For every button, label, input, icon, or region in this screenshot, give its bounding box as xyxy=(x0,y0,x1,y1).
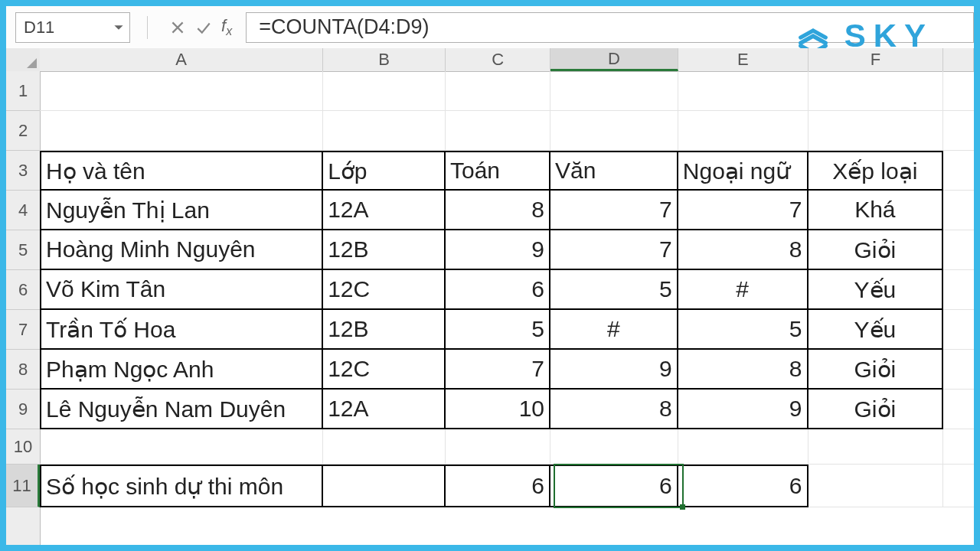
row-header-1[interactable]: 1 xyxy=(6,71,40,111)
cell-math[interactable]: 8 xyxy=(446,191,550,230)
cell-math[interactable]: 6 xyxy=(446,270,550,310)
cell-empty[interactable] xyxy=(550,71,678,111)
row-header-9[interactable]: 9 xyxy=(6,390,40,429)
name-box[interactable]: D11 xyxy=(15,12,130,43)
cell-lang[interactable]: 8 xyxy=(678,230,808,270)
cell-name[interactable]: Phạm Ngọc Anh xyxy=(40,350,323,390)
cell-lit[interactable]: 9 xyxy=(550,350,678,390)
cell-lit[interactable]: 5 xyxy=(550,270,678,310)
row-header-11[interactable]: 11 xyxy=(6,465,40,507)
row-header-3[interactable]: 3 xyxy=(6,151,40,191)
cell-rank[interactable]: Khá xyxy=(808,191,944,230)
row-header-6[interactable]: 6 xyxy=(6,270,40,310)
column-header-D[interactable]: D xyxy=(550,48,678,71)
fx-icon[interactable]: fx xyxy=(221,16,232,38)
cell-rank[interactable]: Yếu xyxy=(808,310,944,350)
column-header-B[interactable]: B xyxy=(323,48,446,71)
cell-empty[interactable] xyxy=(40,111,323,151)
cell-tail xyxy=(943,429,974,465)
column-header-E[interactable]: E xyxy=(678,48,808,71)
cell-summary-lang[interactable]: 6 xyxy=(678,465,808,507)
cell-summary-blank[interactable] xyxy=(323,465,446,507)
cancel-icon[interactable] xyxy=(165,13,191,42)
cell-empty[interactable] xyxy=(678,71,808,111)
cell-class[interactable]: 12B xyxy=(323,310,446,350)
column-header-tail xyxy=(943,48,974,71)
cell-class[interactable]: 12A xyxy=(323,390,446,429)
row-header-8[interactable]: 8 xyxy=(6,350,40,390)
app-frame: D11 fx =COUNTA(D4:D9) xyxy=(6,6,974,545)
cell-empty[interactable] xyxy=(678,429,808,465)
cell-empty[interactable] xyxy=(808,71,944,111)
cell-lang[interactable]: 9 xyxy=(678,390,808,429)
cell-header-lit[interactable]: Văn xyxy=(550,151,678,191)
column-header-A[interactable]: A xyxy=(40,48,323,71)
cell-lit[interactable]: 8 xyxy=(550,390,678,429)
row-header-2[interactable]: 2 xyxy=(6,111,40,151)
cell-empty[interactable] xyxy=(550,111,678,151)
row-header-5[interactable]: 5 xyxy=(6,230,40,270)
cell-class[interactable]: 12A xyxy=(323,191,446,230)
cell-summary-math[interactable]: 6 xyxy=(446,465,550,507)
cell-empty[interactable] xyxy=(446,429,550,465)
cell-name[interactable]: Nguyễn Thị Lan xyxy=(40,191,323,230)
cell-tail xyxy=(943,270,974,310)
cell-lit[interactable]: 7 xyxy=(550,230,678,270)
cell-lang[interactable]: 8 xyxy=(678,350,808,390)
cell-tail xyxy=(943,191,974,230)
cell-empty[interactable] xyxy=(808,465,944,507)
cell-empty[interactable] xyxy=(808,111,944,151)
enter-icon[interactable] xyxy=(191,13,217,42)
cell-math[interactable]: 10 xyxy=(446,390,550,429)
cell-header-rank[interactable]: Xếp loại xyxy=(808,151,944,191)
cell-rank[interactable]: Giỏi xyxy=(808,350,944,390)
cell-class[interactable]: 12C xyxy=(323,350,446,390)
cell-rank[interactable]: Yếu xyxy=(808,270,944,310)
name-box-dropdown[interactable] xyxy=(108,13,129,42)
row-header-10[interactable]: 10 xyxy=(6,429,40,465)
cell-name[interactable]: Hoàng Minh Nguyên xyxy=(40,230,323,270)
cell-lang[interactable]: 7 xyxy=(678,191,808,230)
cell-lang[interactable]: 5 xyxy=(678,310,808,350)
cell-empty[interactable] xyxy=(446,71,550,111)
cell-class[interactable]: 12C xyxy=(323,270,446,310)
cell-math[interactable]: 5 xyxy=(446,310,550,350)
cell-empty[interactable] xyxy=(40,429,323,465)
cell-tail xyxy=(943,310,974,350)
cells-area[interactable]: Họ và tênLớpToánVănNgoại ngữXếp loạiNguy… xyxy=(40,71,974,545)
column-header-F[interactable]: F xyxy=(808,48,944,71)
cell-lang[interactable]: # xyxy=(678,270,808,310)
cell-empty[interactable] xyxy=(323,111,446,151)
cell-empty[interactable] xyxy=(446,111,550,151)
cell-name[interactable]: Trần Tố Hoa xyxy=(40,310,323,350)
select-all-corner[interactable] xyxy=(6,48,41,72)
cell-header-class[interactable]: Lớp xyxy=(323,151,446,191)
cell-header-math[interactable]: Toán xyxy=(446,151,550,191)
cell-math[interactable]: 7 xyxy=(446,350,550,390)
cell-summary-lit[interactable]: 6 xyxy=(550,465,678,507)
cell-header-name[interactable]: Họ và tên xyxy=(40,151,323,191)
cell-empty[interactable] xyxy=(550,429,678,465)
cell-empty[interactable] xyxy=(40,71,323,111)
cell-math[interactable]: 9 xyxy=(446,230,550,270)
row-header-4[interactable]: 4 xyxy=(6,191,40,230)
row-header-7[interactable]: 7 xyxy=(6,310,40,350)
cell-lit[interactable]: # xyxy=(550,310,678,350)
cell-empty[interactable] xyxy=(808,429,944,465)
separator xyxy=(147,16,148,39)
cell-rank[interactable]: Giỏi xyxy=(808,230,944,270)
row-headers: 1234567891011 xyxy=(6,71,41,545)
cell-name[interactable]: Lê Nguyễn Nam Duyên xyxy=(40,390,323,429)
cell-empty[interactable] xyxy=(678,111,808,151)
cell-rank[interactable]: Giỏi xyxy=(808,390,944,429)
cell-empty[interactable] xyxy=(323,71,446,111)
spreadsheet-grid[interactable]: ABCDEF 1234567891011 Họ và tênLớpToánVăn… xyxy=(6,48,974,545)
cell-lit[interactable]: 7 xyxy=(550,191,678,230)
column-header-C[interactable]: C xyxy=(446,48,550,71)
cell-name[interactable]: Võ Kim Tân xyxy=(40,270,323,310)
cell-header-lang[interactable]: Ngoại ngữ xyxy=(678,151,808,191)
cell-summary-label[interactable]: Số học sinh dự thi môn xyxy=(40,465,323,507)
cell-class[interactable]: 12B xyxy=(323,230,446,270)
cell-tail xyxy=(943,71,974,111)
cell-empty[interactable] xyxy=(323,429,446,465)
